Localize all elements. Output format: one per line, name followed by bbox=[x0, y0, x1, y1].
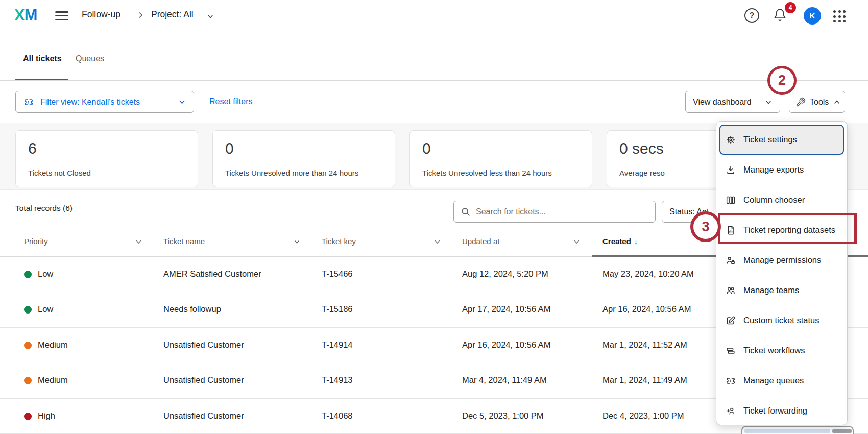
menu-item-manage-exports[interactable]: Manage exports bbox=[716, 155, 847, 185]
cell-updated-at: Mar 4, 2024, 11:49 AM bbox=[462, 375, 547, 385]
menu-item-manage-teams[interactable]: Manage teams bbox=[716, 275, 847, 305]
menu-item-custom-ticket-status[interactable]: Custom ticket status bbox=[716, 305, 847, 335]
workflow-icon bbox=[725, 345, 736, 356]
help-icon[interactable]: ? bbox=[744, 8, 759, 23]
column-header-priority[interactable]: Priority bbox=[24, 237, 48, 246]
active-tab-underline bbox=[15, 79, 68, 80]
menu-item-label: Manage queues bbox=[743, 376, 804, 385]
menu-item-ticket-workflows[interactable]: Ticket workflows bbox=[716, 335, 847, 366]
breadcrumb-app[interactable]: Follow-up bbox=[82, 9, 120, 20]
gear-icon bbox=[725, 134, 736, 146]
priority-dot bbox=[24, 413, 32, 420]
annotation-highlight-box bbox=[718, 213, 857, 244]
priority-dot bbox=[24, 342, 32, 349]
sort-descending-icon: ↓ bbox=[634, 237, 638, 246]
cell-updated-at: Apr 16, 2024, 10:56 AM bbox=[462, 340, 550, 350]
menu-item-label: Custom ticket status bbox=[743, 316, 819, 325]
cell-ticket-name: AMER Satisfied Customer bbox=[163, 269, 261, 279]
chevron-down-icon[interactable] bbox=[206, 12, 214, 20]
chevron-down-icon[interactable] bbox=[573, 238, 581, 246]
horizontal-scrollbar[interactable] bbox=[741, 426, 854, 434]
menu-item-label: Ticket workflows bbox=[743, 346, 805, 355]
total-records-label: Total records (6) bbox=[15, 204, 73, 213]
chevron-down-icon[interactable] bbox=[135, 238, 142, 246]
chevron-down-icon bbox=[178, 98, 186, 106]
xm-logo: XM bbox=[14, 6, 37, 25]
ticket-search[interactable] bbox=[453, 201, 656, 223]
cell-priority: High bbox=[38, 411, 55, 421]
menu-item-manage-queues[interactable]: Manage queues bbox=[716, 366, 847, 396]
download-icon bbox=[725, 164, 736, 176]
priority-dot bbox=[24, 306, 32, 314]
chevron-down-icon[interactable] bbox=[293, 238, 301, 246]
forward-person-icon bbox=[725, 405, 736, 417]
user-avatar[interactable]: K bbox=[804, 7, 821, 25]
top-bar: XM Follow-up Project: All ? 4 K bbox=[0, 0, 868, 32]
view-dashboard-button[interactable]: View dashboard bbox=[685, 91, 780, 113]
breadcrumb-project[interactable]: Project: All bbox=[151, 9, 194, 20]
cell-created: Mar 1, 2024, 11:49 AM bbox=[602, 375, 687, 385]
priority-dot bbox=[24, 271, 32, 278]
scrollbar-track bbox=[744, 429, 830, 433]
cell-ticket-key: T-14914 bbox=[322, 340, 353, 350]
notification-count-badge: 4 bbox=[785, 2, 796, 13]
cell-updated-at: Apr 17, 2024, 10:56 AM bbox=[462, 304, 550, 314]
edit-icon bbox=[725, 315, 736, 326]
stat-value: 0 bbox=[422, 140, 431, 157]
column-header-updated-at[interactable]: Updated at bbox=[462, 237, 499, 246]
menu-item-column-chooser[interactable]: Column chooser bbox=[716, 185, 847, 215]
cell-ticket-key: T-14913 bbox=[322, 375, 353, 385]
wrench-icon bbox=[795, 97, 806, 107]
cell-created: Mar 1, 2024, 11:52 AM bbox=[602, 340, 687, 350]
filter-view-label: Filter view: Kendall's tickets bbox=[40, 98, 172, 107]
column-header-ticket-key[interactable]: Ticket key bbox=[322, 237, 356, 246]
menu-item-manage-permissions[interactable]: Manage permissions bbox=[716, 245, 847, 275]
ticket-icon bbox=[23, 97, 34, 108]
menu-item-label: Column chooser bbox=[743, 195, 805, 205]
cell-priority: Low bbox=[38, 304, 53, 314]
cell-ticket-key: T-15466 bbox=[322, 269, 353, 279]
reset-filters-link[interactable]: Reset filters bbox=[209, 97, 252, 106]
stat-label: Average reso bbox=[619, 168, 665, 177]
stat-card-unresolved-more-24h: 0 Tickets Unresolved more than 24 hours bbox=[212, 130, 395, 187]
search-icon bbox=[460, 206, 471, 217]
stat-value: 0 bbox=[225, 140, 234, 157]
menu-item-label: Ticket forwarding bbox=[743, 406, 807, 416]
notifications-bell-icon[interactable] bbox=[773, 8, 787, 22]
tab-all-tickets[interactable]: All tickets bbox=[23, 54, 62, 63]
app-switcher-icon[interactable] bbox=[833, 10, 846, 22]
column-header-created[interactable]: Created↓ bbox=[602, 237, 638, 246]
cell-ticket-name: Unsatisfied Customer bbox=[163, 411, 244, 421]
tools-label: Tools bbox=[810, 98, 829, 107]
person-lock-icon bbox=[725, 255, 736, 266]
cell-ticket-key: T-14068 bbox=[322, 411, 353, 421]
hamburger-menu-icon[interactable] bbox=[55, 11, 68, 21]
cell-ticket-key: T-15186 bbox=[322, 304, 353, 314]
cell-priority: Medium bbox=[38, 340, 68, 350]
cell-priority: Low bbox=[38, 269, 53, 279]
stat-label: Tickets not Closed bbox=[28, 168, 91, 177]
filter-view-dropdown[interactable]: Filter view: Kendall's tickets bbox=[15, 91, 194, 113]
chevron-down-icon[interactable] bbox=[433, 238, 441, 246]
cell-priority: Medium bbox=[38, 375, 68, 385]
search-input[interactable] bbox=[476, 207, 649, 216]
menu-item-label: Manage teams bbox=[743, 285, 799, 295]
tab-queues[interactable]: Queues bbox=[76, 54, 104, 63]
stat-label: Tickets Unresolved less than 24 hours bbox=[422, 168, 552, 177]
stat-card-unresolved-less-24h: 0 Tickets Unresolved less than 24 hours bbox=[409, 130, 592, 187]
tools-button[interactable]: Tools bbox=[789, 91, 845, 113]
menu-item-ticket-forwarding[interactable]: Ticket forwarding bbox=[716, 396, 847, 426]
cell-created: Dec 4, 2023, 1:00 PM bbox=[602, 411, 684, 421]
priority-dot bbox=[24, 377, 32, 384]
stat-label: Tickets Unresolved more than 24 hours bbox=[225, 168, 358, 177]
menu-item-ticket-settings[interactable]: Ticket settings bbox=[719, 125, 844, 155]
column-header-created-label: Created bbox=[602, 237, 631, 246]
cell-updated-at: Aug 12, 2024, 5:20 PM bbox=[462, 269, 548, 279]
menu-item-label: Manage permissions bbox=[743, 255, 821, 265]
stat-card-not-closed: 6 Tickets not Closed bbox=[15, 130, 198, 187]
column-header-ticket-name[interactable]: Ticket name bbox=[163, 237, 205, 246]
chevron-right-icon bbox=[137, 11, 144, 19]
columns-icon bbox=[725, 195, 736, 206]
cell-ticket-name: Needs followup bbox=[163, 304, 221, 314]
scrollbar-thumb[interactable] bbox=[832, 429, 852, 433]
